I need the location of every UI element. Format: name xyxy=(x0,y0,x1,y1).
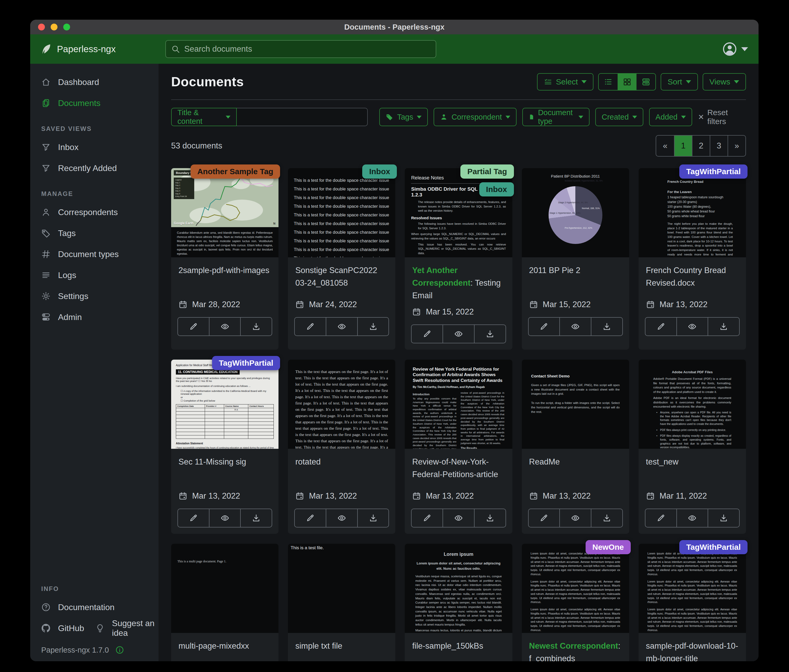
document-thumbnail[interactable]: This is a multi page document. Page 1. xyxy=(171,544,278,633)
tag-badge[interactable]: Inbox xyxy=(362,164,397,178)
edit-document-button[interactable] xyxy=(177,509,209,527)
pagination-prev-button[interactable]: « xyxy=(656,135,674,156)
sidebar-item-inbox[interactable]: Inbox xyxy=(30,137,158,158)
document-title[interactable]: Review-of-New-York-Federal-Petitions-art… xyxy=(405,449,512,488)
download-document-button[interactable] xyxy=(240,317,272,336)
edit-document-button[interactable] xyxy=(411,325,443,343)
sidebar-item-settings[interactable]: Settings xyxy=(30,286,158,307)
view-document-button[interactable] xyxy=(676,317,708,336)
document-title[interactable]: French Country Bread Revised.docx xyxy=(639,257,746,297)
download-document-button[interactable] xyxy=(474,325,506,343)
download-document-button[interactable] xyxy=(591,509,623,527)
view-document-button[interactable] xyxy=(559,509,591,527)
document-thumbnail[interactable]: Boundary Waters TripLegendDay 1Day 2Day … xyxy=(171,168,278,257)
view-document-button[interactable] xyxy=(209,317,241,336)
select-button[interactable]: Select xyxy=(537,73,593,91)
view-document-button[interactable] xyxy=(442,509,474,527)
view-mode-grid-button[interactable] xyxy=(618,74,637,90)
download-document-button[interactable] xyxy=(357,509,389,527)
document-thumbnail[interactable]: Lorem ipsum dolor sit amet, consectetur … xyxy=(522,544,629,633)
minimize-window-button[interactable] xyxy=(51,24,57,30)
tag-badge[interactable]: TagWithPartial xyxy=(212,356,280,370)
reset-filters-button[interactable]: ✕ Reset filters xyxy=(698,108,746,126)
download-document-button[interactable] xyxy=(591,317,623,336)
view-document-button[interactable] xyxy=(326,317,358,336)
edit-document-button[interactable] xyxy=(645,509,677,527)
sidebar-item-suggest-idea[interactable]: Suggest an idea xyxy=(84,618,158,639)
sidebar-item-documentation[interactable]: Documentation xyxy=(30,597,158,618)
sidebar-item-document-types[interactable]: Document types xyxy=(30,244,158,265)
document-title[interactable]: Sonstige ScanPC2022 03-24_081058 xyxy=(288,257,395,297)
tag-badge[interactable]: Partial Tag xyxy=(460,164,514,178)
view-document-button[interactable] xyxy=(326,509,358,527)
document-title[interactable]: Newest Correspondent: f_combineds xyxy=(522,633,629,661)
download-document-button[interactable] xyxy=(240,509,272,527)
filter-document-type-button[interactable]: Document type xyxy=(522,108,589,126)
document-title[interactable]: Sec 11-Missing sig xyxy=(171,449,278,488)
document-title[interactable]: 2011 BP Pie 2 xyxy=(522,257,629,297)
pagination-page-1[interactable]: 1 xyxy=(674,135,692,156)
document-thumbnail[interactable]: Adobe Acrobat PDF FilesAdobe® Portable D… xyxy=(639,360,746,449)
document-thumbnail[interactable]: Lorem ipsumLorem ipsum dolor sit amet, c… xyxy=(405,544,512,633)
pagination-next-button[interactable]: » xyxy=(728,135,746,156)
edit-document-button[interactable] xyxy=(177,317,209,336)
document-thumbnail[interactable]: This is a test for the double space char… xyxy=(288,168,395,257)
document-thumbnail[interactable]: This is a test file. xyxy=(288,544,395,633)
document-thumbnail[interactable]: Application for Medical Staff Members — … xyxy=(171,360,278,449)
close-window-button[interactable] xyxy=(38,24,45,30)
filter-field-select[interactable]: Title & content xyxy=(171,108,237,126)
document-title[interactable]: rotated xyxy=(288,449,395,488)
document-thumbnail[interactable]: Patient BP Distribution 2011Normal, 158,… xyxy=(522,168,629,257)
document-title[interactable]: Yet Another Correspondent: Testing Email xyxy=(405,257,512,304)
document-title[interactable]: simple txt file xyxy=(288,633,395,661)
document-thumbnail[interactable]: Contact Sheet DemoGiven a set of image f… xyxy=(522,360,629,449)
sort-button[interactable]: Sort xyxy=(661,73,698,91)
user-menu-button[interactable] xyxy=(722,42,748,56)
document-title[interactable]: 2sample-pdf-with-images xyxy=(171,257,278,297)
document-correspondent[interactable]: Yet Another Correspondent xyxy=(412,266,470,287)
sidebar-item-correspondents[interactable]: Correspondents xyxy=(30,202,158,223)
document-title[interactable]: test_new xyxy=(639,449,746,488)
sidebar-item-documents[interactable]: Documents xyxy=(30,92,158,113)
filter-created-button[interactable]: Created xyxy=(595,108,643,126)
document-thumbnail[interactable]: Review of New York Federal Petitions for… xyxy=(405,360,512,449)
sidebar-item-recently-added[interactable]: Recently Added xyxy=(30,158,158,178)
view-mode-list-button[interactable] xyxy=(599,74,618,90)
tag-badge[interactable]: Inbox xyxy=(479,182,514,196)
tag-badge[interactable]: NewOne xyxy=(586,540,631,554)
download-document-button[interactable] xyxy=(474,509,506,527)
document-title[interactable]: sample-pdf-download-10-mb-longer-title xyxy=(639,633,746,661)
filter-added-button[interactable]: Added xyxy=(649,108,692,126)
edit-document-button[interactable] xyxy=(645,317,677,336)
document-thumbnail[interactable]: This is the text that appears on the fir… xyxy=(288,360,395,449)
document-thumbnail[interactable]: French Country BreadFor the Leaven1 heap… xyxy=(639,168,746,257)
document-correspondent[interactable]: Newest Correspondent xyxy=(529,641,618,650)
view-document-button[interactable] xyxy=(676,509,708,527)
edit-document-button[interactable] xyxy=(294,317,326,336)
tag-badge[interactable]: TagWithPartial xyxy=(679,540,747,554)
document-thumbnail[interactable]: Lorem ipsum dolor sit amet, consectetur … xyxy=(639,544,746,633)
sidebar-item-dashboard[interactable]: Dashboard xyxy=(30,72,158,92)
zoom-window-button[interactable] xyxy=(63,24,70,30)
document-title[interactable]: file-sample_150kBs xyxy=(405,633,512,661)
view-document-button[interactable] xyxy=(559,317,591,336)
filter-correspondent-button[interactable]: Correspondent xyxy=(434,108,517,126)
document-title[interactable]: multi-page-mixedxx xyxy=(171,633,278,661)
filter-tags-button[interactable]: Tags xyxy=(379,108,428,126)
sidebar-item-tags[interactable]: Tags xyxy=(30,223,158,244)
views-button[interactable]: Views xyxy=(703,73,746,91)
download-document-button[interactable] xyxy=(708,317,739,336)
pagination-page-3[interactable]: 3 xyxy=(710,135,728,156)
pagination-page-2[interactable]: 2 xyxy=(692,135,710,156)
sidebar-item-logs[interactable]: Logs xyxy=(30,265,158,286)
view-mode-detail-button[interactable] xyxy=(637,74,655,90)
edit-document-button[interactable] xyxy=(528,509,560,527)
tag-badge[interactable]: TagWithPartial xyxy=(679,164,747,178)
view-document-button[interactable] xyxy=(209,509,241,527)
search-documents-input[interactable]: Search documents xyxy=(165,40,436,58)
download-document-button[interactable] xyxy=(357,317,389,336)
tag-badge[interactable]: Another Sample Tag xyxy=(190,164,280,178)
download-document-button[interactable] xyxy=(708,509,739,527)
document-title[interactable]: ReadMe xyxy=(522,449,629,488)
sidebar-item-github[interactable]: GitHub xyxy=(30,618,84,639)
